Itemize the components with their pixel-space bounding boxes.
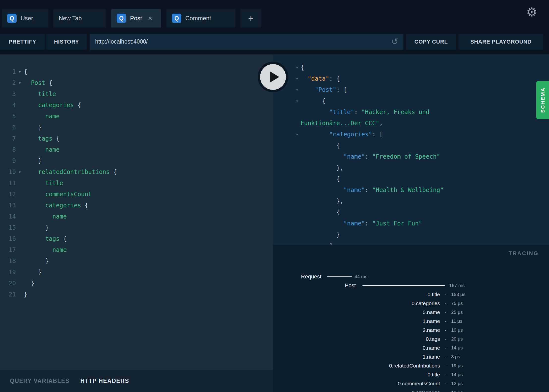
line-number: 3: [0, 89, 16, 100]
code-token: }: [24, 278, 34, 289]
fold-gutter: [294, 173, 301, 185]
fold-arrow-icon[interactable]: ▾: [294, 129, 301, 140]
response-line: ▾{: [294, 62, 549, 73]
tab-post[interactable]: Q Post ×: [111, 9, 161, 27]
trace-row: 0.categories-75 μs: [273, 299, 549, 308]
close-icon[interactable]: ×: [148, 15, 152, 22]
tracing-panel: TRACING Request44 msPost167 ms0.title-15…: [273, 245, 549, 392]
code-token: }: [24, 289, 27, 300]
plus-icon: +: [248, 13, 253, 24]
http-headers-tab[interactable]: HTTP HEADERS: [81, 378, 129, 384]
line-number: 18: [0, 256, 16, 267]
response-line: {: [294, 207, 549, 218]
code-token: [301, 73, 308, 84]
trace-duration: 14 μs: [451, 343, 463, 352]
code-token: {: [336, 140, 340, 151]
code-token: [301, 240, 329, 245]
trace-duration: 167 ms: [449, 281, 465, 290]
response-line: {: [294, 140, 549, 151]
new-tab-button[interactable]: +: [241, 9, 261, 27]
code-token: [24, 89, 38, 100]
reload-icon[interactable]: ↺: [391, 35, 398, 48]
fold-gutter: [16, 100, 24, 111]
line-number: 14: [0, 211, 16, 222]
fold-gutter: [294, 162, 301, 173]
code-token: [24, 245, 53, 256]
query-editor-pane[interactable]: 1▾{2▾ Post {3 title4 categories {5 name6…: [0, 54, 273, 370]
code-token: [24, 111, 45, 122]
query-line: 6 }: [0, 122, 273, 133]
code-token: "Freedom of Speech": [372, 151, 440, 162]
fold-arrow-icon[interactable]: ▾: [16, 167, 24, 178]
fold-gutter: [294, 140, 301, 151]
code-token: [24, 233, 45, 245]
code-token: :: [365, 218, 372, 229]
tab-user[interactable]: Q User: [2, 9, 48, 27]
fold-arrow-icon[interactable]: ▾: [16, 66, 24, 77]
settings-gear-icon[interactable]: ⚙: [526, 6, 537, 18]
schema-side-tab[interactable]: SCHEMA: [536, 81, 549, 119]
code-token: categories: [45, 200, 81, 211]
code-token: [301, 173, 336, 185]
fold-gutter: [16, 144, 24, 155]
code-token: :: [354, 107, 361, 118]
code-token: [301, 218, 343, 229]
query-line: 7 tags {: [0, 133, 273, 144]
fold-gutter: [294, 107, 301, 118]
response-pane: ▾{▾ "data": {▾ "Post": [▾ { "title": "Ha…: [273, 54, 549, 245]
fold-arrow-icon[interactable]: ▾: [294, 84, 301, 96]
code-token: {: [336, 173, 340, 185]
code-token: [: [343, 84, 347, 96]
trace-row: 0.title-153 μs: [273, 290, 549, 299]
code-token: [301, 162, 336, 173]
trace-duration: 19 μs: [451, 361, 463, 370]
query-line: 15 }: [0, 222, 273, 233]
code-token: }: [24, 155, 42, 167]
fold-gutter: [16, 278, 24, 289]
tab-comment[interactable]: Q Comment: [166, 9, 235, 27]
tab-label: Post: [130, 15, 142, 22]
code-token: categories: [38, 100, 74, 111]
trace-row: 0.title-14 μs: [273, 370, 549, 379]
line-number: 10: [0, 167, 16, 178]
trace-label: 0.name: [273, 308, 440, 317]
query-variables-tab[interactable]: QUERY VARIABLES: [10, 378, 70, 384]
code-token: [24, 77, 31, 89]
code-token: :: [372, 129, 379, 140]
code-token: [24, 100, 38, 111]
trace-duration: 20 μs: [451, 335, 463, 343]
query-line: 19 }: [0, 267, 273, 278]
response-line: ]: [294, 240, 549, 245]
trace-label: 1.name: [273, 352, 440, 361]
query-line: 21}: [0, 289, 273, 300]
trace-row: 1.name-8 μs: [273, 352, 549, 361]
share-playground-button[interactable]: SHARE PLAYGROUND: [459, 34, 543, 50]
fold-arrow-icon[interactable]: ▾: [294, 62, 301, 73]
fold-gutter: [16, 89, 24, 100]
trace-row: 1.name-11 μs: [273, 317, 549, 326]
code-token: [301, 129, 329, 140]
line-number: 21: [0, 289, 16, 300]
code-token: :: [329, 73, 336, 84]
copy-curl-button[interactable]: COPY CURL: [406, 34, 456, 50]
trace-dash: -: [445, 343, 446, 352]
line-number: 2: [0, 77, 16, 89]
code-token: [301, 207, 336, 218]
fold-arrow-icon[interactable]: ▾: [16, 77, 24, 89]
code-token: title: [38, 89, 56, 100]
query-line: 20 }: [0, 278, 273, 289]
fold-arrow-icon[interactable]: ▾: [294, 73, 301, 84]
fold-arrow-icon[interactable]: ▾: [294, 96, 301, 107]
query-icon: Q: [117, 14, 126, 23]
tab-new-tab[interactable]: New Tab: [53, 9, 106, 27]
response-line: ▾ "data": {: [294, 73, 549, 84]
endpoint-url-input[interactable]: [90, 34, 403, 50]
history-button[interactable]: HISTORY: [46, 34, 87, 50]
code-token: ]: [329, 240, 333, 245]
trace-dash: -: [445, 308, 446, 317]
code-token: {: [45, 77, 53, 89]
prettify-button[interactable]: PRETTIFY: [0, 34, 45, 50]
trace-duration: 14 μs: [451, 370, 463, 379]
line-number: 17: [0, 245, 16, 256]
execute-query-button[interactable]: [258, 62, 288, 92]
